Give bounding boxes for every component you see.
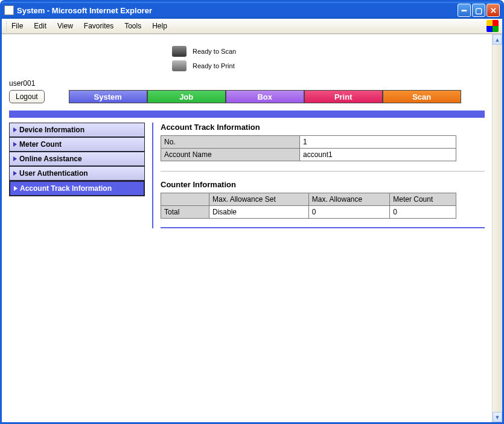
tab-print[interactable]: Print bbox=[304, 90, 383, 103]
user-label: user001 bbox=[9, 79, 485, 88]
sidebar-item-label: Meter Count bbox=[19, 140, 62, 149]
sidebar-item-label: Account Track Information bbox=[20, 184, 112, 193]
titlebar: System - Microsoft Internet Explorer ━ ▢… bbox=[2, 2, 502, 19]
tab-system[interactable]: System bbox=[69, 90, 147, 103]
tab-job[interactable]: Job bbox=[147, 90, 226, 103]
chevron-right-icon bbox=[14, 186, 18, 191]
table-row: Account Name account1 bbox=[161, 149, 456, 161]
scanner-icon bbox=[172, 46, 187, 57]
divider-blue bbox=[161, 227, 485, 228]
logout-button[interactable]: Logout bbox=[9, 90, 45, 103]
table-row: No. 1 bbox=[161, 136, 456, 149]
account-track-table: No. 1 Account Name account1 bbox=[161, 135, 456, 161]
divider bbox=[161, 171, 485, 172]
counter-col-meter: Meter Count bbox=[390, 193, 456, 206]
close-button[interactable]: ✕ bbox=[486, 4, 500, 17]
ready-scan-label: Ready to Scan bbox=[193, 48, 236, 55]
ready-print-label: Ready to Print bbox=[193, 62, 235, 69]
printer-icon bbox=[172, 60, 187, 71]
menu-edit[interactable]: Edit bbox=[34, 22, 46, 30]
chevron-right-icon bbox=[13, 127, 17, 132]
account-name-label: Account Name bbox=[161, 149, 300, 161]
account-track-heading: Account Track Information bbox=[161, 123, 485, 132]
account-name-value: account1 bbox=[300, 149, 456, 161]
table-row: Max. Allowance Set Max. Allowance Meter … bbox=[161, 193, 456, 206]
account-no-value: 1 bbox=[300, 136, 456, 149]
counter-row-total-label: Total bbox=[161, 206, 209, 219]
window-title: System - Microsoft Internet Explorer bbox=[17, 6, 458, 15]
vertical-scrollbar[interactable]: ▲ ▼ bbox=[492, 34, 502, 422]
sidebar: Device Information Meter Count Online As… bbox=[9, 123, 145, 228]
counter-col-allow: Max. Allowance bbox=[308, 193, 389, 206]
account-no-label: No. bbox=[161, 136, 300, 149]
counter-info-table: Max. Allowance Set Max. Allowance Meter … bbox=[161, 193, 456, 219]
sidebar-item-label: Online Assistance bbox=[19, 155, 82, 163]
sidebar-item-device-information[interactable]: Device Information bbox=[9, 123, 145, 137]
sidebar-item-meter-count[interactable]: Meter Count bbox=[9, 137, 145, 152]
counter-row-total-allow: 0 bbox=[308, 206, 389, 219]
counter-info-heading: Counter Information bbox=[161, 180, 485, 189]
sidebar-item-online-assistance[interactable]: Online Assistance bbox=[9, 152, 145, 166]
chevron-right-icon bbox=[13, 156, 17, 161]
counter-row-total-meter: 0 bbox=[390, 206, 456, 219]
windows-flag-icon bbox=[486, 20, 499, 32]
table-row: Total Disable 0 0 bbox=[161, 206, 456, 219]
page-content: Ready to Scan Ready to Print user001 Log… bbox=[2, 34, 492, 422]
scroll-up-button[interactable]: ▲ bbox=[493, 34, 502, 45]
scroll-track[interactable] bbox=[493, 45, 502, 412]
sidebar-item-label: User Authentication bbox=[19, 169, 88, 178]
divider-bar bbox=[9, 111, 485, 118]
minimize-button[interactable]: ━ bbox=[458, 4, 471, 17]
tab-scan[interactable]: Scan bbox=[383, 90, 461, 103]
menu-file[interactable]: File bbox=[11, 22, 23, 30]
counter-blank-header bbox=[161, 193, 209, 206]
sidebar-item-account-track-information[interactable]: Account Track Information bbox=[9, 181, 145, 196]
counter-col-allow-set: Max. Allowance Set bbox=[209, 193, 309, 206]
menu-tools[interactable]: Tools bbox=[124, 22, 141, 30]
menu-view[interactable]: View bbox=[57, 22, 73, 30]
maximize-button[interactable]: ▢ bbox=[472, 4, 485, 17]
counter-row-total-allow-set: Disable bbox=[209, 206, 309, 219]
chevron-right-icon bbox=[13, 142, 17, 147]
sidebar-item-label: Device Information bbox=[19, 126, 85, 134]
scroll-down-button[interactable]: ▼ bbox=[493, 412, 502, 422]
menu-help[interactable]: Help bbox=[152, 22, 167, 30]
menubar: File Edit View Favorites Tools Help bbox=[2, 19, 502, 34]
chevron-right-icon bbox=[13, 171, 17, 176]
menu-favorites[interactable]: Favorites bbox=[84, 22, 113, 30]
menubar-grip-icon bbox=[5, 21, 8, 31]
app-icon bbox=[4, 5, 14, 15]
tab-box[interactable]: Box bbox=[226, 90, 304, 103]
sidebar-item-user-authentication[interactable]: User Authentication bbox=[9, 166, 145, 181]
